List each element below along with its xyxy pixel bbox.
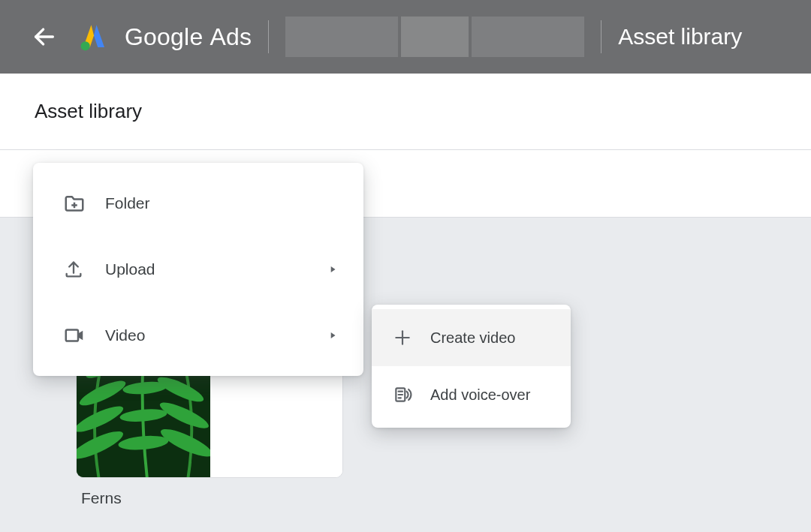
divider bbox=[268, 20, 269, 53]
back-button[interactable] bbox=[32, 24, 57, 50]
brand-ads: Ads bbox=[210, 23, 252, 50]
divider bbox=[601, 20, 601, 53]
page-title: Asset library bbox=[35, 100, 142, 123]
menu-label: Video bbox=[105, 326, 327, 344]
voiceover-icon bbox=[393, 385, 412, 404]
topbar-title: Asset library bbox=[618, 24, 742, 50]
chevron-right-icon bbox=[327, 330, 338, 341]
submenu-label: Create video bbox=[430, 329, 515, 347]
svg-rect-24 bbox=[66, 330, 78, 341]
create-menu: Folder Upload Video bbox=[33, 163, 363, 376]
account-picker[interactable] bbox=[285, 17, 584, 57]
plus-icon bbox=[393, 328, 412, 347]
menu-item-upload[interactable]: Upload bbox=[33, 236, 363, 302]
ads-logo-icon bbox=[78, 21, 110, 53]
asset-title: Ferns bbox=[81, 489, 122, 507]
google-ads-logo bbox=[78, 21, 110, 53]
submenu-label: Add voice-over bbox=[430, 386, 530, 404]
menu-item-folder[interactable]: Folder bbox=[33, 170, 363, 236]
brand-text: Google Ads bbox=[125, 23, 252, 51]
upload-icon bbox=[63, 259, 92, 280]
chevron-right-icon bbox=[327, 264, 338, 275]
brand-google: Google bbox=[125, 23, 203, 50]
svg-point-1 bbox=[81, 41, 90, 50]
video-icon bbox=[63, 324, 92, 347]
menu-label: Upload bbox=[105, 260, 327, 278]
submenu-item-add-voiceover[interactable]: Add voice-over bbox=[372, 366, 571, 423]
video-submenu: Create video Add voice-over bbox=[372, 305, 571, 428]
topbar: Google Ads Asset library bbox=[0, 0, 811, 74]
arrow-left-icon bbox=[32, 24, 57, 50]
folder-add-icon bbox=[63, 192, 92, 215]
submenu-item-create-video[interactable]: Create video bbox=[372, 309, 571, 366]
menu-label: Folder bbox=[105, 194, 338, 212]
menu-item-video[interactable]: Video bbox=[33, 302, 363, 368]
page-header: Asset library bbox=[0, 74, 811, 150]
